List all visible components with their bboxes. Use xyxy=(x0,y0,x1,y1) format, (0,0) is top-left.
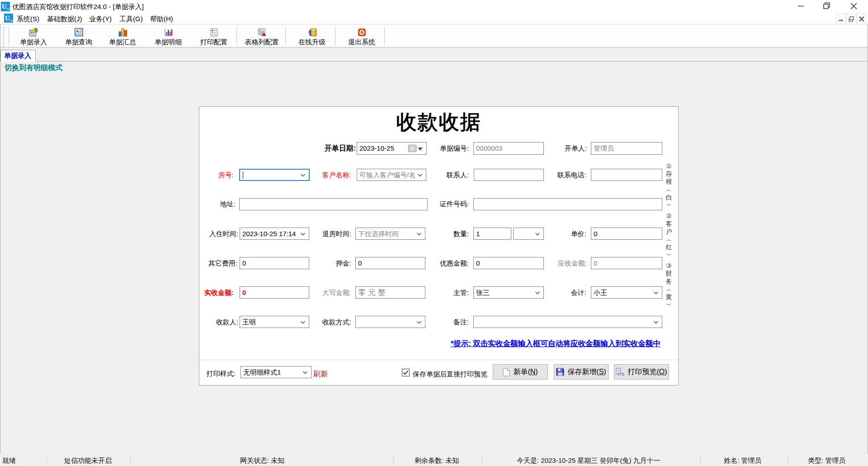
svg-text:TU: TU xyxy=(6,8,10,10)
svg-text:TU: TU xyxy=(9,19,13,22)
svg-text:A: A xyxy=(76,29,79,33)
